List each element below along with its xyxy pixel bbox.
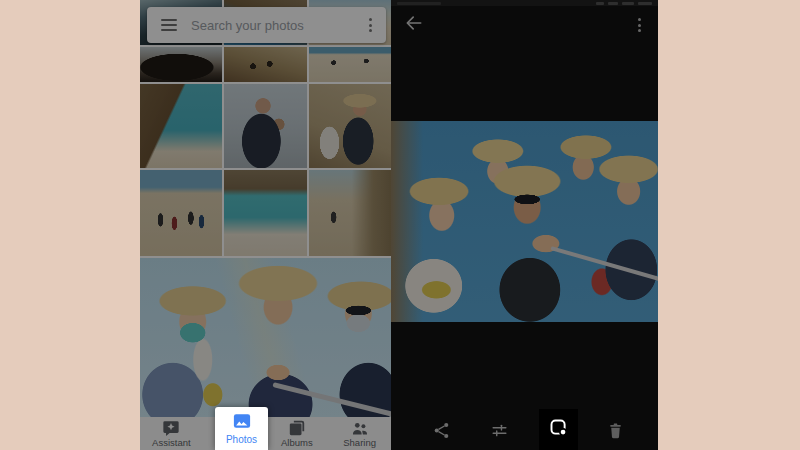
nav-item-photos-highlighted[interactable]: Photos bbox=[215, 407, 268, 450]
photos-icon bbox=[233, 413, 251, 433]
dim-overlay bbox=[391, 0, 658, 450]
lens-icon bbox=[548, 417, 569, 442]
tutorial-screenshot: Search your photos Assistant Photos bbox=[0, 0, 800, 450]
photo-viewer-screen bbox=[391, 0, 658, 450]
dim-overlay bbox=[140, 0, 391, 450]
nav-label-active: Photos bbox=[226, 435, 257, 445]
photos-app-screen: Search your photos Assistant Photos bbox=[140, 0, 391, 450]
lens-button[interactable] bbox=[539, 409, 578, 450]
